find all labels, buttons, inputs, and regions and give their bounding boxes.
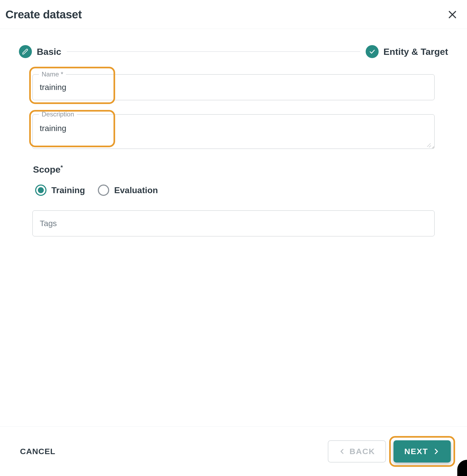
dialog-footer: CANCEL BACK NEXT xyxy=(0,426,467,476)
close-icon xyxy=(447,9,458,20)
name-input[interactable] xyxy=(32,74,435,100)
name-label: Name * xyxy=(39,71,66,78)
scope-radio-evaluation[interactable]: Evaluation xyxy=(98,185,158,196)
description-label: Description xyxy=(39,110,77,118)
radio-label: Training xyxy=(51,185,85,195)
check-icon xyxy=(369,48,376,55)
radio-icon xyxy=(35,185,46,196)
radio-icon xyxy=(98,185,109,196)
step-basic[interactable]: Basic xyxy=(19,45,61,58)
next-button[interactable]: NEXT xyxy=(393,440,451,462)
back-button[interactable]: BACK xyxy=(328,440,386,462)
next-button-wrap: NEXT xyxy=(393,440,451,462)
step-badge xyxy=(366,45,379,58)
dialog-content: Basic Entity & Target Name * Description… xyxy=(0,29,467,236)
description-input[interactable] xyxy=(32,114,435,149)
tags-input[interactable] xyxy=(32,210,435,236)
back-label: BACK xyxy=(349,447,375,456)
scope-title-text: Scope xyxy=(33,164,61,175)
cancel-button[interactable]: CANCEL xyxy=(18,447,57,456)
pencil-icon xyxy=(22,48,29,55)
step-entity-target[interactable]: Entity & Target xyxy=(366,45,448,58)
scope-radio-training[interactable]: Training xyxy=(35,185,85,196)
next-label: NEXT xyxy=(404,447,428,456)
tags-field-wrap xyxy=(32,210,435,236)
dialog-header: Create dataset xyxy=(0,0,467,29)
step-badge xyxy=(19,45,32,58)
description-field-wrap: Description xyxy=(32,114,435,150)
stepper: Basic Entity & Target xyxy=(19,45,448,58)
form: Name * Description Scope* Training Evalu… xyxy=(19,58,448,236)
required-asterisk: * xyxy=(61,164,63,171)
close-button[interactable] xyxy=(446,8,459,21)
step-connector xyxy=(67,51,360,52)
chevron-left-icon xyxy=(339,448,346,455)
dialog-title: Create dataset xyxy=(5,8,82,21)
radio-label: Evaluation xyxy=(114,185,158,195)
chevron-right-icon xyxy=(432,448,440,455)
step-label: Basic xyxy=(37,46,61,57)
step-label: Entity & Target xyxy=(383,46,448,57)
name-field-wrap: Name * xyxy=(32,74,435,100)
footer-actions: BACK NEXT xyxy=(328,440,451,462)
scope-title: Scope* xyxy=(33,164,435,175)
scope-radio-group: Training Evaluation xyxy=(35,185,435,196)
